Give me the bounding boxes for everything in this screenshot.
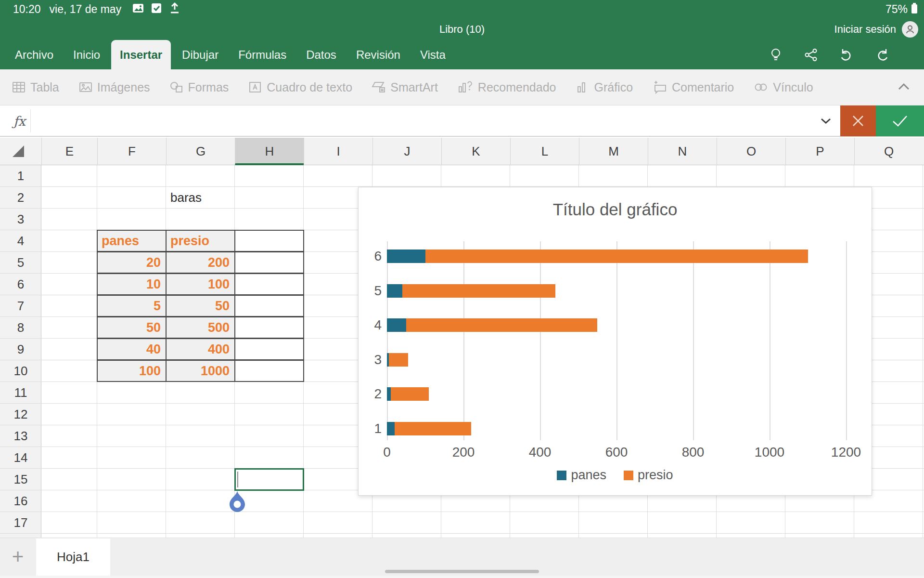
y-axis-category-label: 6	[360, 249, 382, 264]
embedded-chart[interactable]: Título del gráfico0200400600800100012006…	[358, 187, 872, 496]
row-header-5[interactable]: 5	[0, 252, 41, 274]
table-cell-g6[interactable]: 100	[166, 273, 235, 295]
table-cell-f7[interactable]: 5	[97, 295, 167, 317]
sign-in-label[interactable]: Iniciar sesión	[834, 23, 896, 36]
row-header-8[interactable]: 8	[0, 317, 41, 339]
column-header-q[interactable]: Q	[854, 138, 923, 165]
table-cell-h5[interactable]	[234, 251, 304, 274]
row-header-14[interactable]: 14	[0, 447, 41, 469]
sheet-grid[interactable]: 1234567891011121314151617baraspanespresi…	[0, 165, 924, 538]
tab-inicio[interactable]: Inicio	[64, 40, 109, 69]
table-cell-g5[interactable]: 200	[166, 251, 235, 274]
cell-g2[interactable]: baras	[166, 187, 235, 209]
lightbulb-icon[interactable]	[769, 48, 783, 62]
row-header-17[interactable]: 17	[0, 512, 41, 534]
confirm-entry-button[interactable]	[876, 105, 924, 136]
sign-in[interactable]: Iniciar sesión	[834, 18, 918, 40]
table-cell-f10[interactable]: 100	[97, 360, 167, 382]
horizontal-scrollbar[interactable]	[385, 570, 539, 573]
tab-insertar[interactable]: Insertar	[111, 40, 171, 69]
excel-app: 10:20 vie, 17 de may 75% Libro (10) Inic…	[0, 0, 924, 578]
ribbon-item-textbox[interactable]: Cuadro de texto	[248, 80, 352, 94]
ribbon-item-images[interactable]: Imágenes	[78, 80, 150, 94]
bar-segment-presio-cat2	[391, 387, 429, 401]
tab-archivo[interactable]: Archivo	[6, 40, 62, 69]
cancel-entry-button[interactable]	[840, 105, 876, 136]
tab-datos[interactable]: Datos	[297, 40, 345, 69]
ribbon-item-comment[interactable]: Comentario	[652, 80, 734, 94]
table-cell-g8[interactable]: 500	[166, 316, 235, 339]
row-header-4[interactable]: 4	[0, 230, 41, 252]
column-header-n[interactable]: N	[648, 138, 717, 165]
table-cell-g7[interactable]: 50	[166, 295, 235, 317]
row-header-6[interactable]: 6	[0, 274, 41, 295]
select-all-corner[interactable]	[13, 145, 24, 157]
sheet-tab-hoja1[interactable]: Hoja1	[36, 539, 110, 576]
table-cell-f9[interactable]: 40	[97, 338, 167, 360]
chevron-down-icon[interactable]	[815, 105, 836, 136]
table-cell-h9[interactable]	[234, 338, 304, 360]
column-header-h[interactable]: H	[235, 138, 304, 165]
row-header-9[interactable]: 9	[0, 339, 41, 360]
table-cell-f4[interactable]: panes	[97, 230, 167, 252]
formula-input[interactable]	[34, 107, 813, 134]
title-row: Libro (10) Iniciar sesión	[0, 18, 924, 40]
ribbon-item-link[interactable]: Vínculo	[753, 80, 813, 94]
column-header-p[interactable]: P	[785, 138, 854, 165]
y-axis-category-label: 5	[360, 283, 382, 299]
row-header-3[interactable]: 3	[0, 209, 41, 230]
legend-swatch-panes	[557, 471, 566, 480]
column-header-e[interactable]: E	[41, 138, 97, 165]
table-cell-h7[interactable]	[234, 295, 304, 317]
column-header-m[interactable]: M	[579, 138, 648, 165]
table-cell-g10[interactable]: 1000	[166, 360, 235, 382]
column-header-f[interactable]: F	[97, 138, 166, 165]
tab-vista[interactable]: Vista	[411, 40, 454, 69]
table-cell-f8[interactable]: 50	[97, 316, 167, 339]
row-header-2[interactable]: 2	[0, 187, 41, 209]
table-cell-h4[interactable]	[234, 230, 304, 252]
add-sheet-button[interactable]: +	[7, 542, 29, 572]
menu-actions	[769, 40, 889, 69]
table-cell-h6[interactable]	[234, 273, 304, 295]
ribbon-item-smartart[interactable]: SmartArt	[372, 80, 438, 94]
row-header-7[interactable]: 7	[0, 295, 41, 317]
row-header-10[interactable]: 10	[0, 360, 41, 382]
table-cell-f6[interactable]: 10	[97, 273, 167, 295]
row-header-11[interactable]: 11	[0, 382, 41, 404]
ribbon-item-recommended-chart[interactable]: Recomendado	[457, 80, 556, 94]
table-cell-h10[interactable]	[234, 360, 304, 382]
chevron-up-icon[interactable]	[894, 77, 913, 96]
ribbon-item-table[interactable]: Tabla	[12, 80, 59, 94]
undo-icon[interactable]	[839, 48, 854, 62]
table-cell-g4[interactable]: presio	[166, 230, 235, 252]
column-header-j[interactable]: J	[372, 138, 441, 165]
legend-label: panes	[571, 468, 606, 483]
chart-legend: panespresio	[359, 468, 872, 483]
gridline	[923, 165, 923, 538]
column-header-l[interactable]: L	[510, 138, 579, 165]
tab-dibujar[interactable]: Dibujar	[173, 40, 227, 69]
table-cell-f5[interactable]: 20	[97, 251, 167, 274]
selection-drag-handle[interactable]	[229, 490, 246, 515]
table-cell-h8[interactable]	[234, 316, 304, 339]
ribbon-item-chart[interactable]: Gráfico	[575, 80, 633, 94]
row-header-13[interactable]: 13	[0, 425, 41, 447]
row-header-1[interactable]: 1	[0, 165, 41, 187]
row-header-12[interactable]: 12	[0, 404, 41, 425]
tab-formulas[interactable]: Fórmulas	[230, 40, 295, 69]
ribbon-item-shapes[interactable]: Formas	[169, 80, 229, 94]
selected-cell-h15[interactable]	[234, 468, 304, 491]
tab-revision[interactable]: Revisión	[347, 40, 409, 69]
bar-segment-panes-cat1	[387, 422, 395, 435]
column-header-o[interactable]: O	[717, 138, 785, 165]
row-header-16[interactable]: 16	[0, 490, 41, 512]
column-header-i[interactable]: I	[304, 138, 372, 165]
redo-icon[interactable]	[875, 48, 889, 62]
column-header-g[interactable]: G	[166, 138, 235, 165]
row-header-15[interactable]: 15	[0, 469, 41, 490]
table-cell-g9[interactable]: 400	[166, 338, 235, 360]
column-header-k[interactable]: K	[441, 138, 510, 165]
avatar[interactable]	[902, 21, 918, 38]
share-icon[interactable]	[804, 48, 818, 62]
